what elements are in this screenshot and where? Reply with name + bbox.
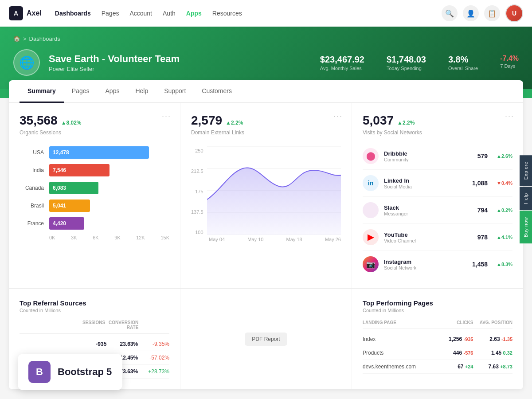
bootstrap-icon: B	[28, 361, 51, 383]
dribbble-logo: ⬤	[363, 148, 379, 164]
table-row: Products 446 -576 1.45 0.32	[363, 346, 512, 360]
nav-dashboards[interactable]: Dashboards	[55, 10, 91, 17]
top-pages-panel: Top Performing Pages Counted in Millions…	[352, 289, 523, 389]
nav-auth[interactable]: Auth	[163, 10, 176, 17]
social-instagram: 📷 Instagram Social Network 1,458 ▲8.3%	[363, 251, 512, 278]
user-avatar[interactable]: U	[505, 4, 523, 22]
more-options-btn[interactable]: ···	[162, 112, 171, 121]
bar-row-india: India 7,546	[20, 164, 169, 176]
tab-pages[interactable]: Pages	[64, 80, 98, 103]
metric-change-sessions: ▲8.02%	[61, 120, 82, 126]
settings-button[interactable]: 📋	[484, 5, 500, 21]
hero-stats: $23,467.92 Avg. Monthly Sales $1,748.03 …	[320, 55, 519, 71]
metric-change-links: ▲2.2%	[226, 120, 243, 126]
metric-value-links: 2,579	[191, 113, 222, 128]
logo-icon: A	[9, 6, 23, 20]
metric-change-social: ▲2.2%	[397, 120, 415, 126]
tab-customers[interactable]: Customers	[194, 80, 240, 103]
tabs-bar: Summary Pages Apps Help Support Customer…	[9, 80, 523, 103]
nav-apps[interactable]: Apps	[186, 10, 202, 17]
social-dribbble: ⬤ Dribbble Community 579 ▲2.6%	[363, 143, 512, 170]
bar-chart: USA 12,478 India 7,546	[20, 143, 169, 244]
hero-subtitle: Power Elite Seller	[49, 66, 311, 72]
hero-content: 🌐 Save Earth - Volunteer Team Power Elit…	[13, 49, 519, 76]
top-pages-subtitle: Counted in Millions	[363, 308, 512, 313]
tab-help[interactable]: Help	[127, 80, 156, 103]
edge-buttons: Explore Help Buy now	[520, 155, 532, 243]
content-card: Summary Pages Apps Help Support Customer…	[9, 80, 523, 389]
social-list: ⬤ Dribbble Community 579 ▲2.6% in	[363, 143, 512, 278]
nav-account[interactable]: Account	[129, 10, 152, 17]
tab-apps[interactable]: Apps	[98, 80, 128, 103]
search-button[interactable]: 🔍	[442, 5, 458, 21]
table-row: devs.keenthemes.com 67 +24 7.63 +8.73	[363, 360, 512, 374]
top-pages-header: LANDING PAGE CLICKS AVG. POSITION	[363, 320, 512, 329]
referral-subtitle: Counted in Millions	[20, 308, 169, 313]
more-options-btn-2[interactable]: ···	[333, 112, 343, 121]
linkedin-logo: in	[363, 175, 379, 191]
nav-actions: 🔍 👤 📋 U	[442, 4, 523, 22]
youtube-logo: ▶	[363, 229, 379, 245]
tab-support[interactable]: Support	[156, 80, 194, 103]
table-row: -935 23.63% -9.35%	[20, 337, 169, 351]
help-edge-btn[interactable]: Help	[520, 187, 532, 210]
home-icon[interactable]: 🏠	[13, 35, 20, 42]
referral-title: Top Referral Sources	[20, 299, 169, 307]
explore-edge-btn[interactable]: Explore	[520, 155, 532, 186]
stat-7days: -7.4% 7 Days	[500, 55, 519, 71]
referral-table-header: SESSIONS CONVERSION RATE	[20, 320, 169, 334]
hero-banner: 🏠 > Dashboards 🌐 Save Earth - Volunteer …	[0, 27, 532, 89]
nav-links: Dashboards Pages Account Auth Apps Resou…	[55, 10, 442, 17]
bar-axis: 0K 3K 6K 9K 12K 15K	[20, 235, 169, 240]
top-pages-title: Top Performing Pages	[363, 299, 512, 307]
social-linkedin: in Linked In Social Media 1,088 ▼0.4%	[363, 170, 512, 197]
metric-value-social: 5,037	[363, 113, 394, 128]
social-slack: Slack Messanger 794 ▲0.2%	[363, 197, 512, 224]
nav-pages[interactable]: Pages	[102, 10, 119, 17]
tab-summary[interactable]: Summary	[20, 80, 64, 103]
hero-info: Save Earth - Volunteer Team Power Elite …	[49, 53, 311, 72]
hero-title: Save Earth - Volunteer Team	[49, 53, 311, 65]
metric-label-social: Visits by Social Networks	[363, 129, 512, 136]
logo[interactable]: A Axel	[9, 6, 42, 20]
bar-row-brasil: Brasil 5,041	[20, 200, 169, 212]
external-links-panel: ··· 2,579 ▲2.2% Domain External Links 25…	[180, 103, 352, 288]
buynow-edge-btn[interactable]: Buy now	[520, 211, 532, 244]
bootstrap-badge: B Bootstrap 5	[18, 354, 122, 390]
stat-monthly-sales: $23,467.92 Avg. Monthly Sales	[320, 55, 364, 71]
stat-overall-share: 3.8% Overall Share	[448, 55, 478, 71]
stat-today-spending: $1,748.03 Today Spending	[387, 55, 426, 71]
pdf-report-panel: PDF Report	[180, 289, 352, 389]
pdf-report-button[interactable]: PDF Report	[245, 332, 287, 346]
chart-x-labels: May 04 May 10 May 18 May 26	[209, 237, 341, 242]
line-chart-svg	[207, 146, 341, 235]
instagram-logo: 📷	[363, 256, 379, 272]
table-row: Index 1,256 -935 2.63 -1.35	[363, 332, 512, 346]
hero-logo: 🌐	[13, 49, 40, 76]
bootstrap-label: Bootstrap 5	[58, 366, 112, 378]
nav-resources[interactable]: Resources	[212, 10, 242, 17]
slack-logo	[363, 202, 379, 218]
organic-sessions-panel: ··· 35,568 ▲8.02% Organic Sessions USA 1…	[9, 103, 180, 288]
bar-row-usa: USA 12,478	[20, 146, 169, 159]
breadcrumb: 🏠 > Dashboards	[13, 35, 519, 42]
top-navigation: A Axel Dashboards Pages Account Auth App…	[0, 0, 532, 27]
breadcrumb-separator: >	[23, 35, 27, 42]
line-chart: 250 212.5 175 137.5 100	[191, 143, 341, 246]
metric-value-sessions: 35,568	[20, 113, 58, 128]
breadcrumb-current: Dashboards	[29, 35, 60, 42]
brand-name: Axel	[27, 9, 42, 17]
bar-row-canada: Canada 6,083	[20, 182, 169, 194]
metric-label-sessions: Organic Sessions	[20, 129, 169, 136]
social-youtube: ▶ YouTube Video Channel 978 ▲4.1%	[363, 224, 512, 251]
metrics-grid: ··· 35,568 ▲8.02% Organic Sessions USA 1…	[9, 103, 523, 289]
notifications-button[interactable]: 👤	[463, 5, 479, 21]
metric-label-links: Domain External Links	[191, 129, 341, 136]
social-networks-panel: ··· 5,037 ▲2.2% Visits by Social Network…	[352, 103, 523, 288]
bar-row-france: France 4,420	[20, 217, 169, 230]
more-options-btn-3[interactable]: ···	[505, 112, 514, 121]
